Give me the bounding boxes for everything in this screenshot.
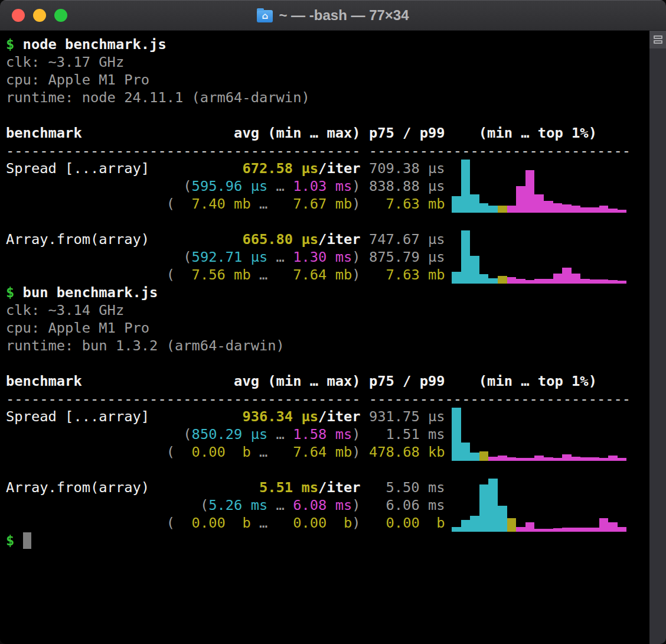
- terminal-text-segment: [361, 391, 369, 407]
- histogram-bar: [618, 210, 627, 213]
- histogram-bar: [618, 458, 627, 461]
- terminal-text-segment: [149, 479, 259, 496]
- histogram-bar: [534, 279, 544, 284]
- terminal-text-segment: avg (min … max): [234, 373, 369, 389]
- histogram-bar: [488, 278, 498, 284]
- histogram-bar: [562, 528, 572, 532]
- terminal-text-segment: ): [352, 249, 360, 265]
- histogram-bar: [572, 457, 581, 461]
- terminal-text-segment: 936.34 µs: [242, 408, 318, 425]
- terminal-text-segment: [361, 266, 369, 283]
- terminal-text-segment: [445, 125, 479, 141]
- scrollbar-track[interactable]: [649, 31, 666, 644]
- histogram-bar: [525, 522, 535, 532]
- terminal-text-segment: (: [183, 426, 191, 443]
- folder-proxy-icon[interactable]: ⌂: [257, 10, 273, 22]
- histogram-bar: [544, 457, 553, 461]
- histogram-bar: [590, 207, 599, 213]
- terminal-text-segment: …: [251, 515, 276, 531]
- histogram-bar: [562, 454, 572, 461]
- terminal-text-segment: 1.30 ms: [293, 249, 352, 265]
- histogram-bar: [461, 443, 471, 461]
- terminal-line: ----------------------------------------…: [0, 390, 649, 408]
- histogram-bar: [507, 457, 517, 461]
- terminal-text-segment: …: [267, 497, 293, 513]
- terminal-text-segment: -------------------------------: [369, 142, 631, 159]
- terminal-text-segment: ): [352, 426, 360, 443]
- histogram-bar: [507, 277, 517, 284]
- histogram-bar: [608, 522, 618, 532]
- terminal-text-segment: [6, 266, 166, 283]
- terminal-text-segment: /iter: [318, 231, 361, 248]
- terminal-text-segment: /iter: [318, 479, 361, 496]
- cursor: [23, 532, 31, 549]
- histogram-bar: [479, 274, 489, 284]
- latency-histogram: [452, 230, 627, 284]
- histogram-bar: [562, 204, 572, 213]
- terminal-text-segment: 6.08 ms: [293, 497, 352, 513]
- histogram-bar: [562, 268, 572, 284]
- split-pane-button[interactable]: [649, 31, 666, 48]
- histogram-bar: [580, 528, 590, 532]
- histogram-bar: [452, 408, 461, 461]
- terminal-text-segment: Array.from(array): [6, 479, 149, 496]
- terminal-text-segment: (: [166, 444, 175, 460]
- terminal-text-segment: (min … top 1%): [479, 125, 597, 141]
- histogram-bar: [525, 170, 535, 213]
- terminal-text-segment: [445, 373, 479, 389]
- terminal-text-segment: bun benchmark.js: [14, 284, 158, 301]
- histogram-bar: [544, 529, 553, 532]
- terminal-text-segment: [361, 426, 369, 443]
- histogram-bar: [461, 160, 471, 213]
- histogram-bar: [534, 194, 544, 213]
- minimize-button[interactable]: [33, 9, 46, 22]
- terminal-text-segment: Array.from(array): [6, 231, 149, 248]
- histogram-bar: [608, 280, 618, 284]
- title-bar[interactable]: ⌂ ~ — -bash — 77×34: [0, 0, 666, 31]
- terminal-text-segment: node benchmark.js: [14, 36, 166, 53]
- histogram-bar: [553, 274, 563, 284]
- terminal-line: cpu: Apple M1 Pro: [0, 319, 649, 337]
- terminal-line: [0, 461, 649, 479]
- terminal-text-segment: [6, 444, 166, 460]
- terminal-text-segment: ): [352, 444, 360, 460]
- terminal-text-segment: 0.00 b: [369, 515, 445, 531]
- histogram-bar: [580, 279, 590, 284]
- terminal-text-segment: (: [166, 266, 175, 283]
- terminal-text-segment: …: [267, 426, 293, 443]
- terminal-text-segment: 7.40 mb: [175, 196, 251, 212]
- terminal-text-segment: [6, 426, 183, 443]
- terminal-text-segment: $: [6, 532, 14, 549]
- histogram-bar: [534, 529, 544, 532]
- histogram-bar: [516, 527, 525, 532]
- zoom-button[interactable]: [54, 9, 67, 22]
- histogram-bar: [516, 279, 525, 284]
- terminal-text-segment: [14, 532, 22, 549]
- terminal-text-segment: 7.63 mb: [369, 196, 445, 212]
- terminal-text-segment: [6, 178, 183, 194]
- histogram-bar: [498, 206, 507, 213]
- terminal-text-segment: (: [166, 196, 175, 212]
- histogram-bar: [470, 194, 479, 213]
- terminal-text-segment: ): [352, 178, 360, 194]
- histogram-bar: [572, 206, 581, 213]
- terminal-text-segment: 5.51 ms: [259, 479, 318, 496]
- terminal-text-segment: [149, 231, 242, 248]
- histogram-bar: [452, 272, 461, 284]
- latency-histogram: [452, 160, 627, 213]
- terminal-text-segment: $: [6, 36, 14, 53]
- histogram-bar: [498, 456, 507, 461]
- terminal-text-segment: [6, 249, 183, 265]
- histogram-bar: [479, 451, 489, 461]
- terminal-text-segment: runtime: node 24.11.1 (arm64-darwin): [6, 89, 310, 106]
- terminal-text-segment: [361, 142, 369, 159]
- terminal-text-segment: 1.51 ms: [369, 426, 445, 443]
- histogram-bar: [452, 196, 461, 213]
- terminal-text-segment: runtime: bun 1.3.2 (arm64-darwin): [6, 337, 285, 354]
- close-button[interactable]: [12, 9, 25, 22]
- terminal-text-segment: cpu: Apple M1 Pro: [6, 320, 149, 336]
- histogram-bar: [488, 479, 498, 532]
- terminal-text-segment: 931.75 µs: [369, 408, 445, 425]
- terminal-text-segment: 7.64 mb: [276, 266, 352, 283]
- terminal-content[interactable]: $ node benchmark.jsclk: ~3.17 GHzcpu: Ap…: [0, 31, 649, 644]
